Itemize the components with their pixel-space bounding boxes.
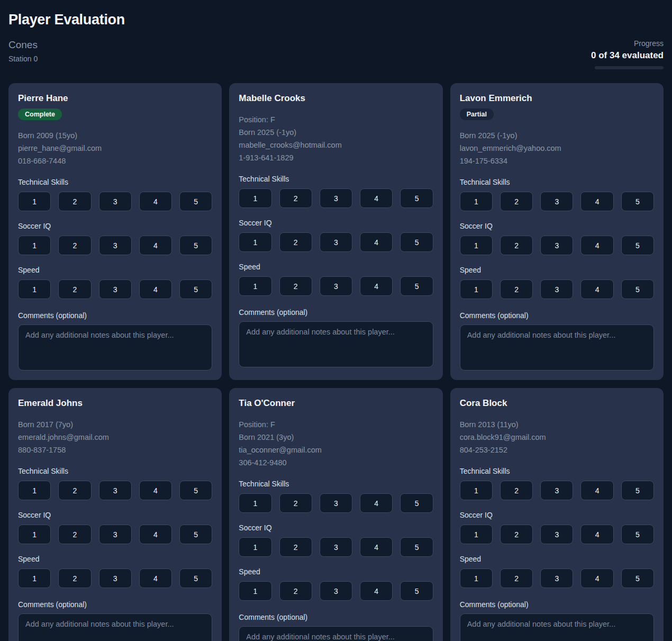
rating-button[interactable]: 3 xyxy=(99,481,132,500)
rating-button[interactable]: 4 xyxy=(360,581,393,601)
rating-button[interactable]: 2 xyxy=(500,279,533,299)
rating-button[interactable]: 4 xyxy=(139,481,172,500)
rating-button[interactable]: 5 xyxy=(621,279,654,299)
rating-button[interactable]: 4 xyxy=(360,188,393,208)
rating-button[interactable]: 3 xyxy=(320,537,352,557)
rating-button[interactable]: 5 xyxy=(621,236,654,255)
rating-button[interactable]: 1 xyxy=(18,568,51,588)
rating-button[interactable]: 3 xyxy=(320,581,352,601)
rating-button[interactable]: 1 xyxy=(460,236,493,255)
rating-button[interactable]: 4 xyxy=(360,276,393,296)
rating-button[interactable]: 4 xyxy=(580,525,613,544)
rating-button[interactable]: 2 xyxy=(279,232,312,252)
rating-button[interactable]: 3 xyxy=(540,236,573,255)
rating-button[interactable]: 5 xyxy=(400,537,433,557)
rating-button[interactable]: 2 xyxy=(279,581,312,601)
rating-button[interactable]: 1 xyxy=(239,232,271,252)
rating-button[interactable]: 5 xyxy=(400,188,433,208)
rating-button[interactable]: 1 xyxy=(239,581,271,601)
rating-button[interactable]: 3 xyxy=(540,568,573,588)
rating-button[interactable]: 4 xyxy=(360,537,393,557)
rating-button[interactable]: 2 xyxy=(500,192,533,211)
comments-label: Comments (optional) xyxy=(239,613,433,621)
rating-section: Technical Skills12345 xyxy=(239,480,433,513)
rating-button[interactable]: 5 xyxy=(621,192,654,211)
rating-button[interactable]: 4 xyxy=(139,568,172,588)
page-title: Player Evaluation xyxy=(8,12,664,28)
rating-button[interactable]: 2 xyxy=(500,236,533,255)
rating-button[interactable]: 4 xyxy=(139,236,172,255)
rating-button[interactable]: 3 xyxy=(99,568,132,588)
rating-button[interactable]: 2 xyxy=(58,568,91,588)
rating-button[interactable]: 4 xyxy=(360,232,393,252)
rating-button[interactable]: 4 xyxy=(139,279,172,299)
rating-button[interactable]: 3 xyxy=(99,525,132,544)
rating-button[interactable]: 4 xyxy=(580,236,613,255)
rating-button[interactable]: 1 xyxy=(18,525,51,544)
rating-button[interactable]: 5 xyxy=(400,276,433,296)
rating-button[interactable]: 3 xyxy=(99,192,132,211)
rating-button[interactable]: 1 xyxy=(239,276,271,296)
rating-button[interactable]: 1 xyxy=(239,493,271,513)
comments-textarea[interactable] xyxy=(239,321,433,367)
rating-button[interactable]: 4 xyxy=(580,481,613,500)
rating-button[interactable]: 5 xyxy=(179,481,212,500)
rating-button[interactable]: 2 xyxy=(500,525,533,544)
rating-button[interactable]: 3 xyxy=(320,188,352,208)
rating-button[interactable]: 5 xyxy=(400,232,433,252)
comments-textarea[interactable] xyxy=(460,613,654,641)
rating-button[interactable]: 1 xyxy=(460,279,493,299)
rating-button[interactable]: 5 xyxy=(179,192,212,211)
rating-button[interactable]: 2 xyxy=(279,537,312,557)
rating-button[interactable]: 2 xyxy=(500,481,533,500)
rating-button[interactable]: 2 xyxy=(58,279,91,299)
rating-button[interactable]: 2 xyxy=(58,525,91,544)
rating-button[interactable]: 4 xyxy=(360,493,393,513)
rating-button[interactable]: 3 xyxy=(320,232,352,252)
rating-button[interactable]: 1 xyxy=(460,525,493,544)
rating-button[interactable]: 3 xyxy=(320,276,352,296)
rating-button[interactable]: 1 xyxy=(239,537,271,557)
rating-button[interactable]: 4 xyxy=(580,568,613,588)
rating-button[interactable]: 3 xyxy=(540,525,573,544)
rating-button[interactable]: 3 xyxy=(99,279,132,299)
rating-button[interactable]: 3 xyxy=(540,279,573,299)
rating-button[interactable]: 1 xyxy=(18,279,51,299)
rating-button[interactable]: 5 xyxy=(179,236,212,255)
rating-button[interactable]: 4 xyxy=(580,192,613,211)
rating-button[interactable]: 3 xyxy=(540,192,573,211)
rating-button[interactable]: 2 xyxy=(58,236,91,255)
rating-button[interactable]: 2 xyxy=(58,481,91,500)
rating-button[interactable]: 1 xyxy=(460,568,493,588)
comments-textarea[interactable] xyxy=(460,324,654,371)
rating-button[interactable]: 2 xyxy=(279,188,312,208)
rating-button[interactable]: 2 xyxy=(279,493,312,513)
rating-button[interactable]: 1 xyxy=(460,192,493,211)
rating-button[interactable]: 4 xyxy=(580,279,613,299)
rating-button[interactable]: 5 xyxy=(400,581,433,601)
rating-button[interactable]: 2 xyxy=(500,568,533,588)
rating-button[interactable]: 5 xyxy=(400,493,433,513)
rating-button[interactable]: 2 xyxy=(279,276,312,296)
comments-textarea[interactable] xyxy=(18,613,212,641)
rating-button[interactable]: 5 xyxy=(179,279,212,299)
rating-button[interactable]: 5 xyxy=(621,481,654,500)
rating-row: 12345 xyxy=(18,279,212,299)
rating-button[interactable]: 3 xyxy=(320,493,352,513)
rating-button[interactable]: 1 xyxy=(460,481,493,500)
rating-button[interactable]: 3 xyxy=(540,481,573,500)
rating-button[interactable]: 5 xyxy=(621,525,654,544)
rating-button[interactable]: 4 xyxy=(139,525,172,544)
rating-button[interactable]: 5 xyxy=(179,525,212,544)
rating-button[interactable]: 1 xyxy=(18,481,51,500)
rating-button[interactable]: 5 xyxy=(621,568,654,588)
rating-button[interactable]: 1 xyxy=(239,188,271,208)
comments-textarea[interactable] xyxy=(18,324,212,371)
rating-button[interactable]: 1 xyxy=(18,192,51,211)
rating-button[interactable]: 3 xyxy=(99,236,132,255)
comments-textarea[interactable] xyxy=(239,626,433,641)
rating-button[interactable]: 1 xyxy=(18,236,51,255)
rating-button[interactable]: 2 xyxy=(58,192,91,211)
rating-button[interactable]: 4 xyxy=(139,192,172,211)
rating-button[interactable]: 5 xyxy=(179,568,212,588)
